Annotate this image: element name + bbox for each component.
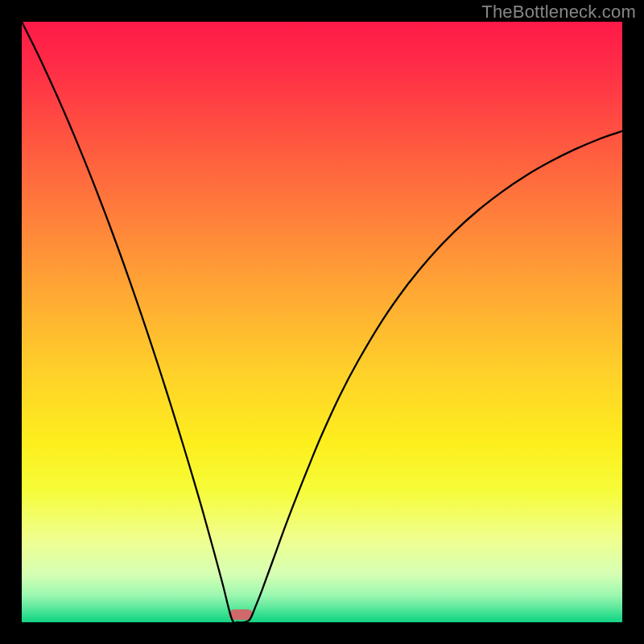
chart-frame: TheBottleneck.com (0, 0, 644, 644)
gradient-background (22, 22, 622, 622)
bottleneck-chart (22, 22, 622, 622)
plot-area (22, 22, 622, 622)
watermark-text: TheBottleneck.com (481, 2, 636, 23)
